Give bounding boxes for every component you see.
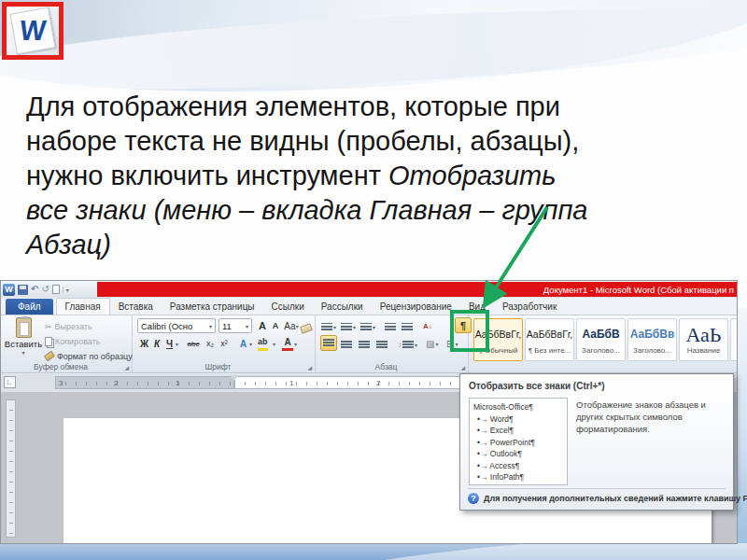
- line-spacing-lines-icon: [402, 341, 414, 350]
- tooltip-footer: ? Для получения дополнительных сведений …: [468, 488, 726, 504]
- borders-icon: ⊞: [446, 339, 454, 349]
- group-styles: АаБбВвГг, ¶ Обычный АаБбВвГг, ¶ Без инте…: [469, 315, 738, 372]
- change-case-button[interactable]: Аа ▾: [284, 318, 299, 333]
- dialog-launcher-icon[interactable]: ◢: [307, 364, 312, 371]
- shading-dropdown-icon[interactable]: ▾: [435, 341, 438, 347]
- cut-button[interactable]: ✂ Вырезать: [45, 319, 92, 333]
- word-app-icon[interactable]: W: [3, 284, 15, 296]
- style-title[interactable]: АаЬ Название: [679, 318, 728, 361]
- numbering-dropdown-icon[interactable]: ▾: [353, 324, 356, 330]
- superscript-button[interactable]: x²: [218, 336, 231, 351]
- strikethrough-button[interactable]: abc: [185, 336, 202, 351]
- style-sample: АаБбВвГг,: [474, 324, 522, 346]
- justify-button[interactable]: [376, 337, 388, 353]
- decrease-indent-button[interactable]: [385, 319, 396, 335]
- font-color-dropdown-icon[interactable]: ▾: [294, 336, 297, 351]
- bullets-button[interactable]: ▾: [321, 319, 336, 335]
- sample-line: •→ PowerPoint¶: [473, 437, 563, 449]
- format-painter-button[interactable]: Формат по образцу: [45, 349, 133, 363]
- vertical-ruler[interactable]: [6, 399, 16, 538]
- undo-icon[interactable]: ↶: [31, 285, 38, 294]
- text-line: Для отображения элементов, которые при: [26, 90, 717, 124]
- highlight-dropdown-icon[interactable]: ▾: [273, 336, 275, 351]
- shrink-font-button[interactable]: А: [270, 318, 281, 333]
- style-name: Заголово...: [628, 346, 676, 355]
- style-heading1[interactable]: АаБбВ Заголово...: [576, 318, 626, 361]
- clear-formatting-button[interactable]: [301, 321, 312, 336]
- tab-selector-button[interactable]: ∟: [4, 376, 16, 388]
- change-case-dropdown-icon[interactable]: ▾: [296, 323, 299, 329]
- font-color-button[interactable]: А: [282, 336, 293, 351]
- style-no-spacing[interactable]: АаБбВвГг, ¶ Без инте...: [525, 318, 574, 361]
- text-regular: Для отображения элементов, которые при: [26, 91, 560, 121]
- copy-icon: [45, 337, 52, 346]
- text-effects-button[interactable]: А: [237, 336, 249, 351]
- redo-icon[interactable]: ↺: [41, 285, 49, 294]
- style-sample: А: [731, 324, 738, 346]
- align-right-button[interactable]: [359, 337, 370, 353]
- text-effects-dropdown-icon[interactable]: ▾: [249, 336, 252, 351]
- group-label-paragraph: Абзац: [316, 362, 457, 371]
- underline-button[interactable]: Ч: [163, 336, 176, 351]
- multilevel-dropdown-icon[interactable]: ▾: [373, 324, 375, 330]
- copy-button[interactable]: Копировать: [45, 334, 100, 348]
- underline-dropdown-icon[interactable]: ▾: [176, 336, 178, 351]
- align-left-icon: [323, 339, 334, 348]
- dialog-launcher-icon[interactable]: ◢: [124, 364, 129, 371]
- tab-review[interactable]: Рецензирование: [372, 299, 460, 315]
- dialog-launcher-icon[interactable]: ◢: [460, 364, 465, 371]
- tooltip-sample-box: Microsoft-Office¶ •→ Word¶ •→ Excel¶ •→ …: [469, 398, 568, 485]
- sample-line: •→ Outlook¶: [473, 448, 563, 460]
- text-regular: наборе текста не видны (пробелы, абзацы)…: [26, 126, 579, 156]
- font-size-combo[interactable]: 11 ▾: [218, 318, 252, 333]
- tab-references[interactable]: Ссылки: [263, 299, 313, 315]
- borders-button[interactable]: ⊞▾: [446, 336, 458, 352]
- tab-insert[interactable]: Вставка: [110, 299, 162, 315]
- font-size-value: 11: [222, 321, 232, 331]
- tab-home[interactable]: Главная: [56, 298, 110, 315]
- multilevel-list-button[interactable]: ▾: [360, 319, 375, 335]
- line-spacing-button[interactable]: ↕▾: [398, 337, 417, 353]
- font-size-dropdown-icon[interactable]: ▾: [246, 323, 248, 329]
- tab-mailings[interactable]: Рассылки: [313, 299, 372, 315]
- tab-file[interactable]: Файл: [6, 299, 53, 315]
- qat-customize-dropdown-icon[interactable]: ▾: [63, 287, 69, 293]
- format-painter-label: Формат по образцу: [57, 352, 133, 361]
- paste-button[interactable]: Вставить ▾: [4, 317, 43, 362]
- line-spacing-dropdown-icon[interactable]: ▾: [415, 342, 417, 348]
- text-line: все знаки (меню – вкладка Главная – груп…: [26, 193, 717, 228]
- tab-developer[interactable]: Разработчик: [494, 299, 565, 315]
- save-icon[interactable]: [18, 285, 28, 295]
- subscript-button[interactable]: x₂: [204, 336, 217, 351]
- style-normal[interactable]: АаБбВвГг, ¶ Обычный: [473, 318, 523, 361]
- style-subtitle[interactable]: А П: [730, 318, 738, 361]
- style-sample: АаЬ: [680, 324, 727, 346]
- shading-button[interactable]: ▨▾: [426, 336, 438, 352]
- bullets-dropdown-icon[interactable]: ▾: [333, 324, 336, 330]
- align-center-button[interactable]: [341, 337, 352, 353]
- numbering-button[interactable]: ▾: [341, 319, 356, 335]
- paste-dropdown-icon[interactable]: ▾: [21, 349, 24, 356]
- highlight-button[interactable]: ab: [258, 336, 268, 351]
- bold-button[interactable]: Ж: [138, 336, 150, 351]
- bottom-band: [0, 543, 747, 560]
- increase-indent-button[interactable]: [402, 319, 413, 335]
- borders-dropdown-icon[interactable]: ▾: [455, 341, 458, 347]
- decrease-indent-icon: [385, 323, 396, 332]
- new-document-icon[interactable]: [52, 285, 60, 294]
- tab-view[interactable]: Вид: [460, 299, 494, 315]
- grow-font-button[interactable]: А: [256, 318, 269, 333]
- quick-access-toolbar[interactable]: W ↶ ↺ ▾: [3, 282, 69, 297]
- style-heading2[interactable]: АаБбВв Заголово...: [627, 318, 677, 361]
- group-label-font: Шрифт: [133, 362, 303, 371]
- title-bar: W ↶ ↺ ▾ Документ1 - Microsoft Word (Сбой…: [1, 281, 737, 298]
- cut-label: Вырезать: [55, 322, 92, 331]
- tooltip-body: Microsoft-Office¶ •→ Word¶ •→ Excel¶ •→ …: [469, 398, 725, 485]
- bullets-icon: [321, 323, 332, 332]
- align-left-button[interactable]: [320, 335, 337, 351]
- tab-page-layout[interactable]: Разметка страницы: [162, 299, 263, 315]
- font-name-combo[interactable]: Calibri (Осно ▾: [137, 318, 216, 333]
- font-name-dropdown-icon[interactable]: ▾: [209, 323, 212, 329]
- italic-button[interactable]: К: [151, 336, 162, 351]
- sort-button[interactable]: А↓: [423, 318, 432, 334]
